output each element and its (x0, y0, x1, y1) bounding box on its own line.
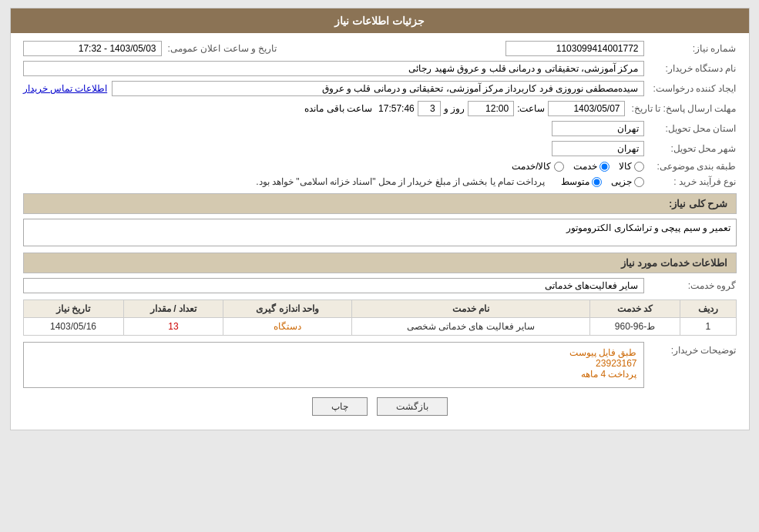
need-number-label: شماره نیاز: (644, 43, 737, 54)
buyer-org-row: نام دستگاه خریدار: مرکز آموزشی، تحقیقاتی… (23, 61, 737, 76)
response-time-label: ساعت: (517, 103, 545, 114)
date-value: 1403/05/03 - 17:32 (23, 41, 162, 56)
date-label: تاریخ و ساعت اعلان عمومی: (162, 43, 277, 54)
buyer-org-value: مرکز آموزشی، تحقیقاتی و درمانی قلب و عرو… (23, 61, 644, 76)
service-group-value: سایر فعالیت‌های خدماتی (23, 278, 644, 293)
response-remaining: 17:57:46 (378, 103, 415, 114)
service-info-section-title: اطلاعات خدمات مورد نیاز (23, 253, 737, 273)
response-time: 12:00 (468, 101, 514, 116)
proc-note: پرداخت تمام یا بخشی از مبلغ خریدار از مح… (256, 176, 545, 187)
radio-service[interactable] (599, 162, 610, 172)
radio-goods[interactable] (634, 162, 644, 172)
city-row: شهر محل تحویل: تهران (23, 141, 737, 156)
radio-goodsservice-text: کالا/خدمت (512, 161, 551, 172)
cell-name: سایر فعالیت های خدماتی شخصی (351, 318, 589, 336)
deadline-row: مهلت ارسال پاسخ: تا تاریخ: 1403/05/07 سا… (23, 101, 737, 116)
response-days: 3 (418, 101, 441, 116)
col-unit: واحد اندازه گیری (223, 300, 351, 318)
service-group-row: گروه خدمت: سایر فعالیت‌های خدماتی (23, 278, 737, 293)
radio-service-label[interactable]: خدمت (573, 161, 610, 172)
col-code: کد خدمت (589, 300, 680, 318)
proc-type-row: نوع فرآیند خرید : جزیی متوسط پرداخت تمام… (23, 176, 737, 187)
buyer-note-label: توضیحات خریدار: (644, 342, 737, 356)
radio-goodsservice-label[interactable]: کالا/خدمت (512, 161, 563, 172)
subject-type-row: طبقه بندی موضوعی: کالا خدمت کالا/خدمت (23, 161, 737, 172)
need-number-row: شماره نیاز: 1103099414001772 تاریخ و ساع… (23, 41, 737, 56)
cell-unit: دستگاه (223, 318, 351, 336)
buyer-note-row: توضیحات خریدار: طبق فایل پیوست 23923167 … (23, 342, 737, 388)
header-title: جزئیات اطلاعات نیاز (334, 15, 425, 27)
page-header: جزئیات اطلاعات نیاز (11, 8, 749, 33)
radio-partial-label[interactable]: جزیی (611, 176, 644, 187)
main-container: جزئیات اطلاعات نیاز شماره نیاز: 11030994… (10, 8, 750, 430)
cell-date: 1403/05/16 (23, 318, 123, 336)
print-button[interactable]: چاپ (312, 397, 368, 416)
creator-row: ایجاد کننده درخواست: سیده‌مصطفی نوروزی ف… (23, 81, 737, 96)
service-group-label: گروه خدمت: (644, 280, 737, 291)
radio-partial-text: جزیی (611, 176, 632, 187)
cell-code: ط-96-960 (589, 318, 680, 336)
province-label: استان محل تحویل: (644, 123, 737, 134)
page-content: شماره نیاز: 1103099414001772 تاریخ و ساع… (11, 33, 749, 430)
table-row: 1 ط-96-960 سایر فعالیت های خدماتی شخصی د… (23, 318, 736, 336)
subject-type-label: طبقه بندی موضوعی: (644, 161, 737, 172)
radio-goods-label[interactable]: کالا (619, 161, 644, 172)
cell-qty: 13 (123, 318, 223, 336)
proc-type-radio-group: جزیی متوسط پرداخت تمام یا بخشی از مبلغ خ… (256, 176, 643, 187)
city-value: تهران (552, 141, 644, 156)
need-number-value: 1103099414001772 (505, 41, 644, 56)
radio-goodsservice[interactable] (554, 162, 564, 172)
cell-row: 1 (680, 318, 736, 336)
radio-partial[interactable] (634, 177, 644, 187)
col-qty: تعداد / مقدار (123, 300, 223, 318)
response-remaining-label: ساعت باقی مانده (304, 103, 372, 114)
province-value: تهران (552, 121, 644, 136)
city-label: شهر محل تحویل: (644, 143, 737, 154)
need-desc-value: تعمیر و سیم پیچی و تراشکاری الکتروموتور (23, 219, 737, 246)
col-date: تاریخ نیاز (23, 300, 123, 318)
creator-value: سیده‌مصطفی نوروزی فرد کاربرداز مرکز آموز… (112, 81, 643, 96)
services-table-section: ردیف کد خدمت نام خدمت واحد اندازه گیری ت… (23, 299, 737, 336)
province-row: استان محل تحویل: تهران (23, 121, 737, 136)
creator-contact-link[interactable]: اطلاعات تماس خریدار (23, 83, 108, 94)
proc-type-label: نوع فرآیند خرید : (644, 176, 737, 187)
response-days-label: روز و (444, 103, 465, 114)
table-header-row: ردیف کد خدمت نام خدمت واحد اندازه گیری ت… (23, 300, 736, 318)
col-name: نام خدمت (351, 300, 589, 318)
col-row: ردیف (680, 300, 736, 318)
buyer-note-value: طبق فایل پیوست 23923167 پرداخت 4 ماهه (23, 342, 644, 388)
back-button[interactable]: بازگشت (377, 397, 448, 416)
subject-type-radio-group: کالا خدمت کالا/خدمت (512, 161, 643, 172)
deadline-label: مهلت ارسال پاسخ: تا تاریخ: (625, 103, 736, 114)
radio-medium[interactable] (592, 177, 602, 187)
need-desc-section-title: شرح کلی نیاز: (23, 193, 737, 214)
creator-label: ایجاد کننده درخواست: (644, 83, 737, 94)
radio-medium-label[interactable]: متوسط (561, 176, 602, 187)
response-date: 1403/05/07 (548, 101, 625, 116)
buttons-row: بازگشت چاپ (23, 397, 737, 416)
radio-service-text: خدمت (573, 161, 597, 172)
radio-medium-text: متوسط (561, 176, 589, 187)
services-table: ردیف کد خدمت نام خدمت واحد اندازه گیری ت… (23, 299, 737, 336)
need-desc-row: تعمیر و سیم پیچی و تراشکاری الکتروموتور (23, 219, 737, 246)
buyer-org-label: نام دستگاه خریدار: (644, 63, 737, 74)
radio-goods-text: کالا (619, 161, 632, 172)
